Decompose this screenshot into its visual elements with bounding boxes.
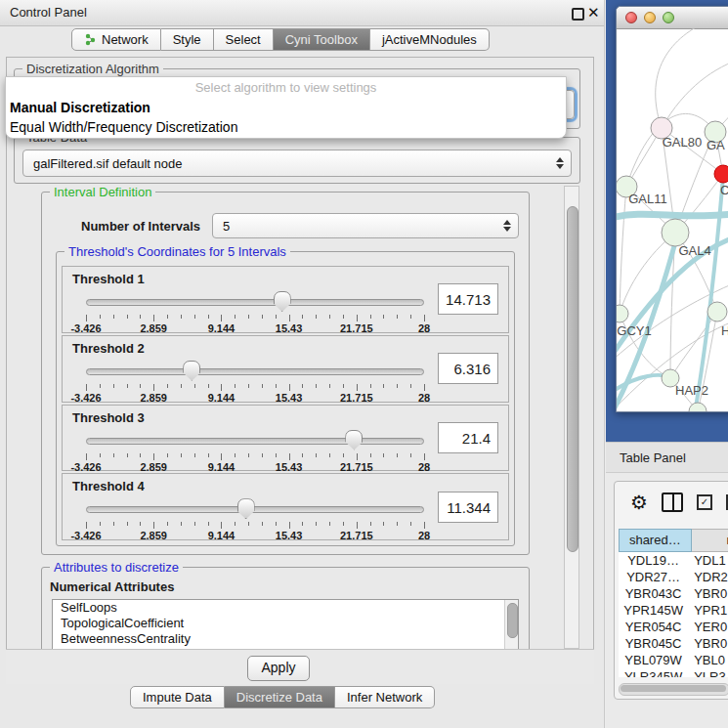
cell-name: YBR0 xyxy=(688,585,728,602)
tab-network[interactable]: Network xyxy=(71,28,161,51)
network-node[interactable] xyxy=(617,305,628,322)
network-canvas[interactable]: GAL80GACGAL11GAL4GCY1HHAP2 xyxy=(617,28,728,411)
float-window-icon[interactable] xyxy=(572,8,584,21)
scrollbar-thumb[interactable] xyxy=(567,206,578,552)
slider-tick xyxy=(86,315,87,321)
slider-tick xyxy=(370,453,371,457)
slider-track[interactable] xyxy=(86,506,424,513)
apply-button[interactable]: Apply xyxy=(247,656,310,681)
number-of-intervals-label: Number of Intervals xyxy=(81,219,200,234)
network-node[interactable] xyxy=(662,219,689,246)
threshold-value-field[interactable]: 6.316 xyxy=(438,353,498,384)
numerical-attributes-list[interactable]: SelfLoopsTopologicalCoefficientBetweenne… xyxy=(52,599,519,649)
threshold-slider[interactable]: -3.4262.8599.14415.4321.71528 xyxy=(86,429,424,469)
minimize-traffic-light-icon[interactable] xyxy=(644,12,656,23)
table-row[interactable]: YBR043CYBR0 xyxy=(619,585,728,602)
close-traffic-light-icon[interactable] xyxy=(625,12,637,23)
table-row[interactable]: YDL19…YDL1 xyxy=(619,552,728,569)
attributes-list-scrollbar[interactable] xyxy=(504,600,518,649)
slider-tick xyxy=(262,453,263,457)
algorithm-group-title: Discretization Algorithm xyxy=(22,62,163,76)
slider-tick xyxy=(424,315,425,321)
zoom-traffic-light-icon[interactable] xyxy=(663,12,674,23)
tab-infer-network[interactable]: Infer Network xyxy=(335,686,435,708)
slider-thumb-icon[interactable] xyxy=(345,430,363,450)
slider-tick-label: -3.426 xyxy=(70,461,101,473)
table-row[interactable]: YBL079WYBL0 xyxy=(619,652,728,668)
network-edge[interactable] xyxy=(695,177,723,411)
network-node-label: GAL11 xyxy=(628,192,667,206)
slider-thumb-icon[interactable] xyxy=(183,361,200,381)
column-header-name[interactable]: na xyxy=(692,529,728,552)
slider-tick-label: 28 xyxy=(418,461,430,473)
slider-tick xyxy=(424,522,425,529)
network-edge[interactable] xyxy=(670,312,717,378)
attribute-list-item[interactable]: TopologicalCoefficient xyxy=(53,616,518,631)
network-edge[interactable] xyxy=(617,212,728,218)
close-icon[interactable]: ✕ xyxy=(587,3,600,22)
attribute-list-item[interactable]: SelfLoops xyxy=(53,600,518,616)
attribute-list-item[interactable]: BetweennessCentrality xyxy=(53,631,518,647)
dropdown-item-equal-width[interactable]: Equal Width/Frequency Discretization xyxy=(6,117,566,137)
column-header-shared-name[interactable]: shared… xyxy=(619,529,692,552)
slider-track[interactable] xyxy=(86,299,424,306)
checkbox-icon[interactable]: ✓ xyxy=(697,494,712,510)
slider-tick xyxy=(153,453,154,460)
threshold-slider[interactable]: -3.4262.8599.14415.4321.71528 xyxy=(86,497,424,537)
slider-tick-label: 9.144 xyxy=(208,392,236,404)
slider-tick xyxy=(140,453,141,457)
table-row[interactable]: YLR345WYLR3 xyxy=(619,668,728,677)
dropdown-placeholder-item[interactable]: Select algorithm to view settings xyxy=(6,77,566,98)
slider-tick xyxy=(410,384,411,388)
number-of-intervals-combobox[interactable]: 5 xyxy=(212,213,519,238)
network-edge[interactable] xyxy=(620,187,626,314)
network-edge[interactable] xyxy=(656,28,714,128)
network-node-label: GCY1 xyxy=(617,323,651,338)
columns-icon[interactable] xyxy=(662,492,683,512)
slider-tick xyxy=(221,453,222,460)
cell-shared-name: YBL079W xyxy=(619,652,688,668)
tab-impute-data[interactable]: Impute Data xyxy=(130,686,225,708)
slider-tick xyxy=(248,384,249,388)
gear-icon[interactable]: ⚙ xyxy=(630,492,648,512)
table-data-combobox[interactable]: galFiltered.sif default node xyxy=(22,150,572,177)
tab-select[interactable]: Select xyxy=(214,28,274,51)
table-row[interactable]: YDR27…YDR2 xyxy=(619,569,728,585)
table-panel-title: Table Panel xyxy=(620,443,686,473)
slider-tick xyxy=(316,522,317,526)
threshold-slider[interactable]: -3.4262.8599.14415.4321.71528 xyxy=(86,360,424,400)
network-window-titlebar xyxy=(617,7,728,29)
settings-vertical-scrollbar[interactable] xyxy=(564,186,579,649)
tab-cyni-toolbox[interactable]: Cyni Toolbox xyxy=(274,28,370,51)
tab-discretize-data[interactable]: Discretize Data xyxy=(225,686,335,708)
slider-thumb-icon[interactable] xyxy=(237,498,255,519)
threshold-value-field[interactable]: 21.4 xyxy=(438,422,498,453)
tab-jactivemnodules[interactable]: jActiveMNodules xyxy=(370,28,490,51)
table-row[interactable]: YPR145WYPR1 xyxy=(619,602,728,619)
slider-track[interactable] xyxy=(86,368,424,375)
tab-style[interactable]: Style xyxy=(161,28,214,51)
slider-tick xyxy=(86,384,87,391)
cell-name: YBR0 xyxy=(688,635,728,652)
slider-track[interactable] xyxy=(86,438,424,445)
network-view-area[interactable]: GAL80GACGAL11GAL4GCY1HHAP2 xyxy=(606,0,728,442)
slider-tick-label: 2.859 xyxy=(140,461,167,473)
slider-tick xyxy=(221,315,222,321)
threshold-slider[interactable]: -3.4262.8599.14415.4321.71528 xyxy=(86,290,424,330)
slider-tick-label: 21.715 xyxy=(340,322,373,334)
scrollbar-thumb[interactable] xyxy=(621,685,726,692)
slider-tick xyxy=(208,384,209,388)
threshold-value-field[interactable]: 14.713 xyxy=(438,283,498,315)
slider-tick xyxy=(289,522,290,529)
threshold-value-field[interactable]: 11.344 xyxy=(438,492,498,523)
table-horizontal-scrollbar[interactable] xyxy=(619,683,728,696)
network-node[interactable] xyxy=(707,302,727,321)
slider-tick xyxy=(235,453,236,457)
scrollbar-thumb[interactable] xyxy=(507,603,518,638)
table-row[interactable]: YBR045CYBR0 xyxy=(619,635,728,652)
table-row[interactable]: YER054CYER0 xyxy=(619,619,728,635)
slider-thumb-icon[interactable] xyxy=(274,291,291,312)
network-node[interactable] xyxy=(714,165,728,183)
slider-tick-label: 2.859 xyxy=(140,392,167,404)
dropdown-item-manual-discretization[interactable]: Manual Discretization xyxy=(6,98,566,117)
